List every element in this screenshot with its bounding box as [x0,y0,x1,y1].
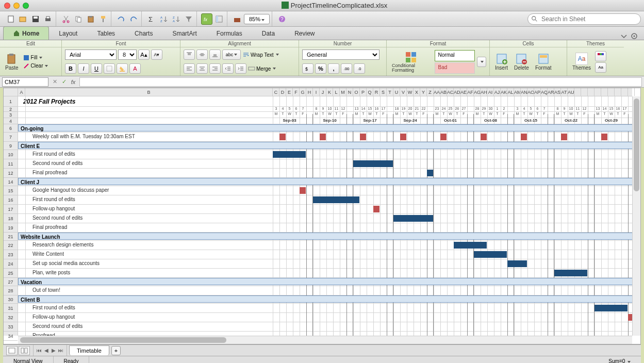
tab-data[interactable]: Data [252,27,285,40]
autosum-icon[interactable]: Σ [146,13,157,25]
italic-button[interactable]: I [78,63,89,74]
search-input[interactable] [527,13,641,25]
row-header[interactable]: 15 [4,186,18,195]
fill-color-button[interactable] [117,63,128,74]
underline-button[interactable]: U [91,63,102,74]
row-header[interactable]: 25 [4,269,18,278]
col-header[interactable]: V [400,88,407,96]
collapse-ribbon-icon[interactable] [620,32,628,40]
col-header[interactable]: AS [554,88,561,96]
col-header[interactable]: I [313,88,320,96]
show-toolbox-icon[interactable] [213,13,225,25]
comma-icon[interactable]: , [328,63,339,74]
col-header[interactable]: AG [474,88,481,96]
styles-expand-icon[interactable] [477,57,486,67]
col-header[interactable]: A [18,88,25,96]
save-icon[interactable] [30,13,41,25]
page-layout-view-icon[interactable] [19,346,30,355]
col-header[interactable]: AK [501,88,507,96]
font-size-combo[interactable]: 8 [118,50,137,60]
fx-icon[interactable]: fx [69,78,77,86]
row-header[interactable]: 32 [4,313,18,322]
col-header[interactable]: AN [521,88,527,96]
currency-icon[interactable]: $ [302,63,313,74]
col-header[interactable]: Z [427,88,434,96]
col-header[interactable]: F [293,88,300,96]
col-header[interactable]: AD [454,88,460,96]
delete-button[interactable]: Delete [512,52,531,72]
col-header[interactable]: K [326,88,333,96]
col-header[interactable]: AM [514,88,521,96]
col-header[interactable]: C [273,88,279,96]
align-middle-icon[interactable] [196,50,208,60]
open-icon[interactable] [18,13,29,25]
sheet-nav-arrows[interactable]: ⏮◀▶⏭ [34,345,67,356]
row-header[interactable]: 16 [4,195,18,205]
col-header[interactable]: O [353,88,360,96]
col-header[interactable]: G [300,88,306,96]
col-header[interactable]: AJ [494,88,501,96]
format-button[interactable]: Format [533,52,554,72]
row-header[interactable]: 27 [4,278,18,286]
ribbon-gear-icon[interactable] [631,32,638,40]
toolbox-icon[interactable] [232,13,243,25]
maximize-button[interactable] [23,3,29,9]
col-header[interactable]: AI [487,88,494,96]
decrease-decimal-icon[interactable]: .0 [354,63,365,74]
cells-area[interactable]: 2012 Fall Projects 345678910111213141516… [18,96,632,336]
align-right-icon[interactable] [209,63,221,74]
tab-tables[interactable]: Tables [87,27,125,40]
row-header[interactable]: 24 [4,259,18,269]
undo-icon[interactable] [115,13,127,25]
fx-toggle-icon[interactable]: fx [201,13,212,25]
col-header[interactable]: Q [367,88,373,96]
fill-button[interactable]: Fill [23,54,48,61]
row-header[interactable]: 28 [4,286,18,295]
row-header[interactable]: 11 [4,159,18,169]
col-header[interactable]: AF [467,88,474,96]
close-button[interactable] [4,3,10,9]
row-header[interactable]: 10 [4,150,18,159]
col-header[interactable]: U [393,88,400,96]
row-header[interactable]: 34 [4,332,18,341]
paste-button[interactable]: Paste [3,52,21,72]
font-color-button[interactable]: A [129,63,141,74]
clear-button[interactable]: Clear [23,62,48,70]
paste-icon[interactable] [85,13,96,25]
col-header[interactable]: AB [440,88,447,96]
copy-icon[interactable] [73,13,84,25]
row-header[interactable]: 14 [4,178,18,186]
row-header[interactable]: 1 [4,96,18,107]
search-box[interactable] [527,13,641,25]
row-header[interactable]: 3 [4,112,18,118]
increase-indent-icon[interactable] [235,63,246,74]
cancel-formula-icon[interactable]: ✕ [51,78,59,86]
themes-button[interactable]: AaThemes [570,52,593,72]
align-center-icon[interactable] [196,63,208,74]
redo-icon[interactable] [128,13,139,25]
row-header[interactable]: 22 [4,241,18,250]
decrease-indent-icon[interactable] [222,63,234,74]
col-header[interactable]: AA [434,88,440,96]
col-header[interactable]: AQ [541,88,548,96]
zoom-combo[interactable]: 85% [244,14,270,24]
help-icon[interactable]: ? [276,13,288,25]
percent-icon[interactable]: % [315,63,326,74]
theme-fonts-icon[interactable]: Aa [595,62,606,73]
print-icon[interactable] [42,13,54,25]
row-header[interactable]: 33 [4,322,18,332]
col-header[interactable]: W [407,88,414,96]
row-header[interactable]: 18 [4,214,18,223]
normal-view-icon[interactable] [6,346,18,355]
theme-colors-icon[interactable] [595,51,606,61]
tab-home[interactable]: Home [3,26,49,40]
minimize-button[interactable] [13,3,20,9]
tab-layout[interactable]: Layout [49,27,87,40]
col-header[interactable]: J [320,88,326,96]
col-header[interactable]: AR [548,88,554,96]
sort-za-icon[interactable]: ZA [171,13,182,25]
col-header[interactable]: P [360,88,367,96]
row-header[interactable]: 2 [4,107,18,112]
font-name-combo[interactable]: Arial [65,50,117,60]
col-header[interactable]: B [25,88,273,96]
